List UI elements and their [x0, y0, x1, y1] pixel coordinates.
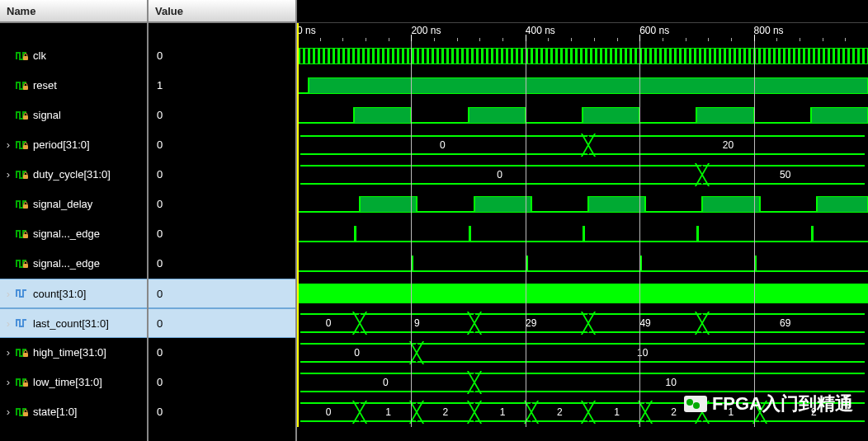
signal-name-label: signal..._edge — [33, 228, 100, 240]
bus-value: 69 — [702, 313, 868, 333]
signal-icon — [15, 49, 30, 63]
name-panel: Name clkresetsignal›period[31:0]›duty_cy… — [0, 0, 149, 441]
wechat-icon — [684, 396, 707, 412]
bus-value: 0 — [297, 165, 702, 185]
signal-name-label: high_time[31:0] — [33, 346, 106, 359]
bus-value: 0 — [297, 343, 417, 363]
signal-name-label: state[1:0] — [33, 406, 77, 418]
svg-rect-10 — [23, 412, 28, 416]
signal-row-name[interactable]: signal — [0, 101, 147, 130]
expand-icon[interactable]: › — [3, 168, 13, 181]
ruler-tick-label: 200 ns — [411, 25, 441, 36]
signal-row-name[interactable]: ›high_time[31:0] — [0, 338, 147, 368]
signal-row-value[interactable]: 0 — [149, 190, 295, 219]
signal-name-label: count[31:0] — [33, 288, 86, 300]
wave-row[interactable] — [297, 41, 868, 71]
signal-name-label: signal_delay — [33, 198, 92, 210]
bus-value: 9 — [360, 313, 474, 333]
bus-value: 10 — [417, 343, 868, 363]
signal-row-name[interactable]: signal..._edge — [0, 219, 147, 249]
signal-row-value[interactable]: 0 — [149, 41, 295, 71]
ruler-tick-label: 800 ns — [754, 25, 784, 36]
value-spacer — [149, 23, 295, 41]
signal-row-name[interactable]: ›period[31:0] — [0, 130, 147, 160]
svg-rect-8 — [23, 353, 28, 357]
svg-rect-9 — [23, 382, 28, 387]
signal-value-label: 0 — [157, 228, 163, 240]
wave-row[interactable]: 050 — [297, 160, 868, 190]
wave-row[interactable] — [297, 249, 868, 279]
signal-row-name[interactable]: signal_delay — [0, 190, 147, 219]
wave-row[interactable]: 010 — [297, 338, 868, 368]
svg-rect-7 — [23, 264, 28, 268]
time-cursor[interactable] — [297, 23, 299, 427]
ruler-tick-label: 600 ns — [639, 25, 669, 36]
wave-row[interactable] — [297, 101, 868, 130]
signal-row-value[interactable]: 0 — [149, 249, 295, 279]
name-spacer — [0, 23, 147, 41]
expand-icon[interactable]: › — [3, 138, 13, 151]
bus-value: 1 — [588, 402, 645, 422]
expand-icon[interactable]: › — [3, 406, 13, 418]
bus-value: 0 — [297, 313, 360, 333]
value-panel: Value 0100000000000 — [149, 0, 297, 441]
svg-rect-2 — [23, 115, 28, 120]
signal-icon — [15, 79, 30, 92]
signal-row-name[interactable]: ›state[1:0] — [0, 397, 147, 427]
value-header: Value — [149, 0, 295, 23]
wave-row[interactable] — [297, 71, 868, 101]
signal-name-label: duty_cycle[31:0] — [33, 168, 111, 181]
expand-icon[interactable]: › — [3, 317, 13, 330]
bus-value: 1 — [474, 402, 531, 422]
signal-row-name[interactable]: ›last_count[31:0] — [0, 308, 147, 338]
signal-value-label: 0 — [157, 168, 163, 181]
svg-rect-4 — [23, 175, 28, 179]
signal-row-value[interactable]: 0 — [149, 368, 295, 397]
waveform-panel[interactable]: 0 ns200 ns400 ns600 ns800 ns 02005009294… — [297, 0, 868, 441]
bus-value: 0 — [297, 135, 588, 155]
expand-icon[interactable]: › — [3, 288, 13, 300]
signal-row-name[interactable]: ›count[31:0] — [0, 279, 147, 308]
signal-row-name[interactable]: clk — [0, 41, 147, 71]
bus-value: 20 — [588, 135, 868, 155]
time-ruler[interactable]: 0 ns200 ns400 ns600 ns800 ns — [297, 23, 868, 41]
signal-icon — [15, 109, 30, 122]
wave-row[interactable] — [297, 190, 868, 219]
bus-value: 10 — [474, 373, 868, 392]
bus-value: 49 — [588, 313, 702, 333]
signal-icon — [15, 317, 30, 330]
signal-name-label: signal..._edge — [33, 257, 100, 270]
signal-row-value[interactable]: 0 — [149, 101, 295, 130]
signal-row-name[interactable]: ›duty_cycle[31:0] — [0, 160, 147, 190]
signal-row-name[interactable]: signal..._edge — [0, 249, 147, 279]
signal-icon — [15, 198, 30, 211]
ruler-tick-label: 400 ns — [526, 25, 555, 36]
bus-value: 2 — [531, 402, 588, 422]
expand-icon[interactable]: › — [3, 346, 13, 359]
wave-row[interactable]: 09294969 — [297, 308, 868, 338]
wave-header — [297, 0, 868, 23]
signal-row-value[interactable]: 0 — [149, 219, 295, 249]
signal-name-label: last_count[31:0] — [33, 317, 109, 330]
signal-value-label: 0 — [157, 288, 163, 300]
expand-icon[interactable]: › — [3, 376, 13, 388]
wave-row[interactable]: 020 — [297, 130, 868, 160]
signal-icon — [15, 346, 30, 359]
signal-row-value[interactable]: 0 — [149, 130, 295, 160]
signal-row-value[interactable]: 0 — [149, 397, 295, 427]
bus-value: 2 — [417, 402, 474, 422]
signal-row-value[interactable]: 0 — [149, 338, 295, 368]
name-header: Name — [0, 0, 147, 23]
signal-row-name[interactable]: ›low_time[31:0] — [0, 368, 147, 397]
signal-row-value[interactable]: 0 — [149, 308, 295, 338]
wave-row[interactable] — [297, 279, 868, 308]
signal-row-value[interactable]: 0 — [149, 279, 295, 308]
signal-name-label: signal — [33, 109, 61, 121]
signal-name-label: clk — [33, 49, 46, 62]
wave-row[interactable] — [297, 219, 868, 249]
signal-row-name[interactable]: reset — [0, 71, 147, 101]
signal-value-label: 0 — [157, 406, 163, 418]
signal-row-value[interactable]: 0 — [149, 160, 295, 190]
waveform-body[interactable]: 02005009294969010010012121212 — [297, 41, 868, 427]
signal-row-value[interactable]: 1 — [149, 71, 295, 101]
